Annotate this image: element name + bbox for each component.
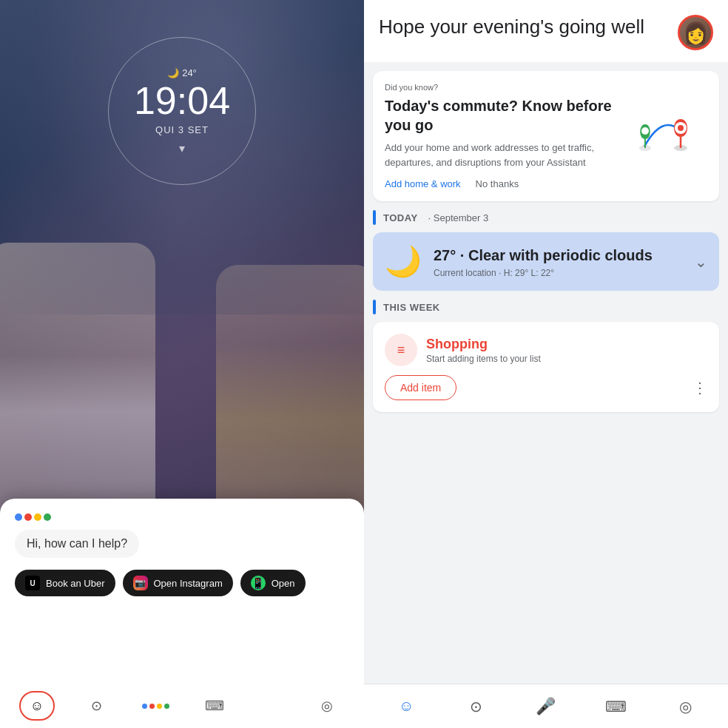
greeting-heading: Hope your evening's going well — [379, 15, 669, 40]
dot2 — [149, 704, 155, 709]
left-bottom-nav: ☺ ⊙ ⌨ ◎ — [0, 684, 364, 728]
weather-badge: 🌙 24° — [167, 67, 197, 78]
right-keyboard-icon: ⌨ — [605, 698, 627, 715]
assistant-nav-icon: ☺ — [30, 698, 44, 714]
this-week-section-header: THIS WEEK — [373, 300, 719, 314]
commute-card-actions: Add home & work No thanks — [385, 178, 619, 189]
lens-icon: ⊙ — [91, 698, 102, 714]
assistant-header — [15, 513, 349, 521]
clock-date: QUI 3 SET — [155, 124, 209, 135]
section-accent-bar — [373, 210, 376, 225]
weather-icon: 🌙 — [385, 244, 422, 279]
shopping-title: Shopping — [426, 337, 541, 352]
instagram-label: Open Instagram — [154, 578, 223, 589]
right-header: Hope your evening's going well 👩 — [364, 0, 728, 62]
uber-icon: U — [25, 576, 40, 590]
svg-point-1 — [641, 127, 649, 135]
shopping-list-icon: ≡ — [397, 343, 405, 358]
dots-nav-button[interactable] — [138, 691, 173, 721]
shopping-footer: Add item ⋮ — [385, 375, 707, 400]
right-nav-mic[interactable]: 🎤 — [530, 692, 562, 721]
right-compass-icon: ◎ — [679, 698, 692, 715]
no-thanks-link[interactable]: No thanks — [476, 178, 519, 189]
weather-location-details: Current location · H: 29° L: 22° — [434, 268, 683, 278]
shopping-text: Shopping Start adding items to your list — [426, 337, 541, 364]
shopping-card: ≡ Shopping Start adding items to your li… — [373, 322, 719, 412]
shopping-icon-circle: ≡ — [385, 334, 417, 366]
today-label: TODAY — [383, 212, 418, 223]
compass-nav-button[interactable]: ◎ — [309, 691, 345, 721]
right-assistant-icon: ☺ — [399, 698, 414, 715]
map-pins-svg — [626, 98, 700, 154]
today-date: · September 3 — [428, 212, 489, 223]
arrow-down-icon: ▾ — [179, 141, 185, 155]
quick-actions-row: U Book an Uber 📷 Open Instagram 📱 Open — [15, 570, 349, 596]
commute-card-inner: Today's commute? Know before you go Add … — [385, 96, 707, 189]
dot1 — [142, 704, 147, 709]
instagram-icon: 📷 — [133, 576, 148, 590]
weather-temperature: 27° — [434, 247, 456, 263]
weather-high-low: · H: 29° L: 22° — [499, 268, 554, 278]
add-home-work-link[interactable]: Add home & work — [385, 178, 461, 189]
moon-icon: 🌙 — [167, 67, 179, 78]
weather-expand-icon[interactable]: ⌄ — [695, 253, 707, 271]
compass-icon: ◎ — [321, 698, 333, 714]
whatsapp-label: Open — [272, 578, 295, 589]
lens-nav-button[interactable]: ⊙ — [78, 691, 114, 721]
weather-temperature-description: 27° · Clear with periodic clouds — [434, 246, 683, 265]
weather-description: Clear with periodic clouds — [468, 247, 653, 263]
commute-text-section: Today's commute? Know before you go Add … — [385, 96, 619, 189]
instagram-action-button[interactable]: 📷 Open Instagram — [123, 570, 233, 596]
weather-card[interactable]: 🌙 27° · Clear with periodic clouds Curre… — [373, 232, 719, 291]
right-lens-icon: ⊙ — [470, 698, 482, 715]
right-scrollable-content[interactable]: Did you know? Today's commute? Know befo… — [364, 62, 728, 684]
google-assistant-logo — [15, 513, 51, 521]
uber-label: Book an Uber — [46, 578, 105, 589]
right-bottom-nav: ☺ ⊙ 🎤 ⌨ ◎ — [364, 684, 728, 728]
google-dots-nav — [142, 704, 169, 709]
avatar-image: 👩 — [683, 21, 709, 45]
today-section-header: TODAY · September 3 — [373, 210, 719, 225]
weather-separator: · — [460, 247, 468, 263]
svg-point-4 — [678, 125, 684, 131]
more-options-icon[interactable]: ⋮ — [692, 379, 707, 397]
shopping-subtitle: Start adding items to your list — [426, 354, 541, 364]
clock-circle: 🌙 24° 19:04 QUI 3 SET ▾ — [108, 37, 256, 185]
dot3 — [157, 704, 162, 709]
assistant-sheet: Hi, how can I help? U Book an Uber 📷 Ope… — [0, 499, 364, 728]
this-week-label: THIS WEEK — [383, 302, 440, 313]
weather-info: 27° · Clear with periodic clouds Current… — [434, 246, 683, 278]
keyboard-icon: ⌨ — [205, 698, 224, 714]
assistant-nav-button[interactable]: ☺ — [19, 691, 55, 721]
dot-yellow — [34, 513, 41, 521]
user-avatar[interactable]: 👩 — [678, 15, 713, 50]
commute-map-visual — [619, 96, 707, 155]
uber-action-button[interactable]: U Book an Uber — [15, 570, 115, 596]
left-panel: 🌙 24° 19:04 QUI 3 SET ▾ Google 🎤 Swipe u… — [0, 0, 364, 728]
keyboard-nav-button[interactable]: ⌨ — [197, 691, 232, 721]
right-panel: Hope your evening's going well 👩 Did you… — [364, 0, 728, 728]
clock-time: 19:04 — [134, 81, 230, 120]
temperature-lock: 24° — [182, 67, 197, 78]
dot4 — [164, 704, 169, 709]
whatsapp-icon: 📱 — [251, 576, 266, 590]
right-nav-compass[interactable]: ◎ — [670, 692, 702, 721]
right-nav-keyboard[interactable]: ⌨ — [599, 692, 632, 721]
add-item-button[interactable]: Add item — [385, 375, 456, 400]
clock-area: 🌙 24° 19:04 QUI 3 SET ▾ — [108, 37, 256, 185]
whatsapp-action-button[interactable]: 📱 Open — [240, 570, 306, 596]
this-week-accent-bar — [373, 300, 376, 314]
dot-green — [44, 513, 51, 521]
assistant-greeting-bubble: Hi, how can I help? — [15, 530, 139, 558]
right-nav-assistant[interactable]: ☺ — [390, 692, 422, 721]
right-nav-lens[interactable]: ⊙ — [460, 692, 493, 721]
commute-card-description: Add your home and work addresses to get … — [385, 141, 619, 169]
shopping-header: ≡ Shopping Start adding items to your li… — [385, 334, 707, 366]
weather-location: Current location — [434, 268, 496, 278]
dot-red — [24, 513, 32, 521]
dot-blue — [15, 513, 22, 521]
commute-card-title: Today's commute? Know before you go — [385, 96, 619, 135]
commute-card: Did you know? Today's commute? Know befo… — [373, 71, 719, 201]
right-mic-icon: 🎤 — [536, 697, 556, 716]
card-did-you-know-label: Did you know? — [385, 83, 707, 92]
